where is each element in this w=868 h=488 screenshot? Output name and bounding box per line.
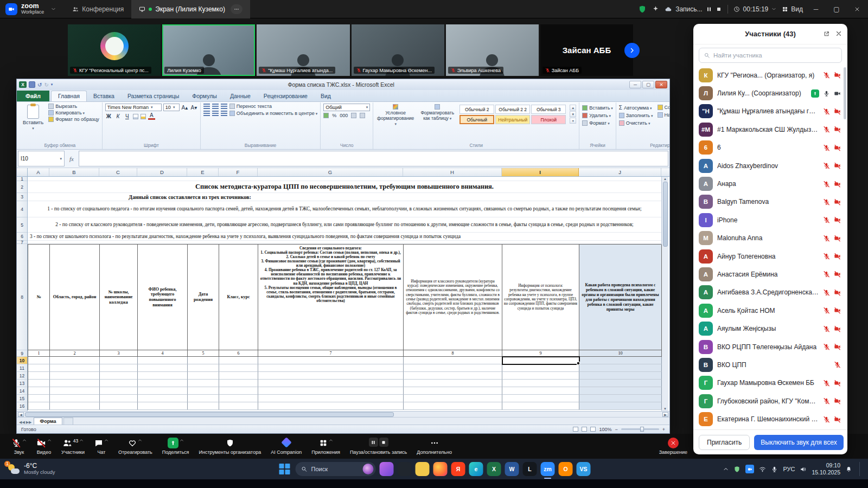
column-header[interactable]: H [403, 168, 502, 176]
row-number[interactable]: 15 [17, 395, 27, 402]
camera-off-icon[interactable] [834, 162, 841, 169]
align-center-icon[interactable] [212, 111, 219, 116]
popout-icon[interactable] [823, 30, 830, 37]
camera-off-icon[interactable] [834, 325, 841, 332]
zoom-level[interactable]: 100% [599, 427, 611, 432]
participant-row[interactable]: Л Лилия Ку... (Соорганизатор) [693, 84, 847, 102]
camera-off-icon[interactable] [834, 307, 841, 314]
cell[interactable] [579, 372, 662, 380]
search-input[interactable] [713, 52, 837, 59]
merge-center-button[interactable]: Объединить и поместить в центре [229, 111, 317, 116]
stop-recording-icon[interactable] [379, 438, 388, 447]
invite-button[interactable]: Пригласить [699, 435, 750, 450]
clock[interactable]: 09:10 15.10.2025 [812, 462, 840, 476]
hscroll-thumb[interactable] [25, 412, 394, 417]
number-format-select[interactable]: Общий▾ [323, 104, 370, 111]
camera-off-icon[interactable] [834, 380, 841, 387]
column-header[interactable]: I [502, 168, 579, 176]
cell[interactable] [100, 387, 138, 395]
participant-row[interactable]: А Ангибаева З.А.Средигорненская с... [693, 284, 847, 301]
style-item[interactable]: Обычный 2 2 [495, 105, 530, 114]
format-painter-button[interactable]: Формат по образцу [48, 117, 99, 122]
participant-row[interactable]: A Aidos Zhaxyberdinov [693, 157, 847, 175]
zoom-brand[interactable]: zoom Workplace [0, 3, 65, 15]
align-left-icon[interactable] [203, 111, 210, 116]
taskbar-app[interactable] [433, 462, 448, 476]
chevron-down-icon[interactable] [51, 7, 56, 11]
taskbar-app[interactable]: L [523, 462, 537, 476]
toolbar-share[interactable]: Поделиться [157, 438, 194, 455]
excel-minimize-button[interactable]: ─ [629, 81, 641, 88]
format-cells-button[interactable]: Формат [582, 120, 613, 126]
show-desktop-button[interactable] [859, 462, 861, 476]
cell[interactable] [258, 357, 404, 364]
row-number[interactable]: 16 [17, 402, 27, 410]
toolbar-ai-companion[interactable]: AI Companion [266, 438, 307, 455]
minimize-button[interactable]: ─ [808, 0, 824, 18]
gallery-down-icon[interactable]: ▼ [570, 111, 576, 117]
cell[interactable] [188, 380, 219, 387]
cell[interactable] [404, 372, 502, 380]
cell[interactable] [219, 380, 258, 387]
ribbon-tab[interactable]: Главная [51, 91, 87, 101]
video-tile[interactable]: Лилия Куземко [162, 24, 255, 76]
column-header[interactable]: E [187, 168, 219, 176]
close-button[interactable] [850, 0, 865, 18]
row-number[interactable]: 12 [17, 372, 27, 380]
fill-color-icon[interactable] [141, 114, 146, 119]
header-cell[interactable]: Информация от психолога: результаты диаг… [502, 245, 579, 350]
column-header[interactable]: F [219, 168, 258, 176]
cell[interactable] [50, 372, 100, 380]
language-indicator[interactable]: РУС [783, 466, 795, 472]
participant-row[interactable]: 6 6 [693, 139, 847, 157]
pause-recording-icon[interactable] [369, 438, 378, 447]
delete-cells-button[interactable]: Удалить [582, 113, 613, 118]
column-header[interactable]: D [137, 168, 187, 176]
sheet-title[interactable]: Список методиста-куратора ЦПП по несовер… [28, 181, 661, 193]
tray-zoom-icon[interactable] [745, 465, 754, 473]
row-number[interactable]: 13 [17, 380, 27, 387]
cell[interactable] [138, 402, 188, 410]
view-button[interactable]: Вид [782, 5, 803, 13]
cell[interactable] [138, 387, 188, 395]
camera-off-icon[interactable] [834, 271, 841, 278]
taskbar-app[interactable]: W [505, 462, 519, 476]
camera-on-icon[interactable] [834, 90, 841, 97]
cell[interactable] [100, 372, 138, 380]
mic-off-icon[interactable] [823, 416, 830, 423]
camera-off-icon[interactable] [834, 235, 841, 242]
scroll-right-icon[interactable]: ▶ [662, 412, 668, 417]
cell[interactable] [579, 402, 662, 410]
formula-input[interactable] [79, 151, 668, 166]
cell[interactable] [502, 387, 579, 395]
source-3[interactable]: 3 - по списку от школьного психолога - п… [28, 233, 661, 241]
mic-off-icon[interactable] [823, 380, 830, 387]
camera-off-icon[interactable] [834, 72, 841, 79]
ribbon-tab[interactable]: Рецензирование [257, 91, 314, 101]
camera-off-icon[interactable] [834, 253, 841, 260]
mic-off-icon[interactable] [823, 198, 830, 206]
number-cell[interactable]: 3 [100, 350, 138, 357]
style-item[interactable]: Обычный 3 [531, 105, 566, 114]
camera-off-icon[interactable] [834, 416, 841, 423]
header-cell[interactable]: Сведения от социального педагога: 1. Соц… [258, 245, 404, 350]
cell[interactable] [28, 395, 50, 402]
cell[interactable] [188, 372, 219, 380]
participant-row[interactable]: В ВКО РЦПП Төлегенқызы Айдана [693, 338, 847, 356]
participant-row[interactable]: А Айнур Толегеновна [693, 247, 847, 265]
participant-row[interactable]: "Н "Құмаш Нұрғалиев атындағы гимн... [693, 102, 847, 120]
mic-off-icon[interactable] [823, 162, 830, 169]
name-box[interactable]: I10▾ [18, 151, 65, 166]
mic-off-icon[interactable] [823, 144, 830, 151]
participant-row[interactable]: К КГУ "Региона... (Организатор, я) [693, 66, 847, 84]
camera-off-icon[interactable] [834, 108, 841, 115]
header-cell[interactable]: Информация от классного руководителя (ку… [404, 245, 502, 350]
page-layout-view-icon[interactable] [582, 427, 587, 432]
cell[interactable] [219, 357, 258, 364]
camera-off-icon[interactable] [834, 126, 841, 133]
tray-caret-up-icon[interactable] [723, 466, 729, 472]
participant-row[interactable]: А Анастасия Ерёмина [693, 265, 847, 283]
cell[interactable] [219, 387, 258, 395]
header-cell[interactable]: № [28, 245, 50, 350]
row-1[interactable] [28, 177, 661, 181]
